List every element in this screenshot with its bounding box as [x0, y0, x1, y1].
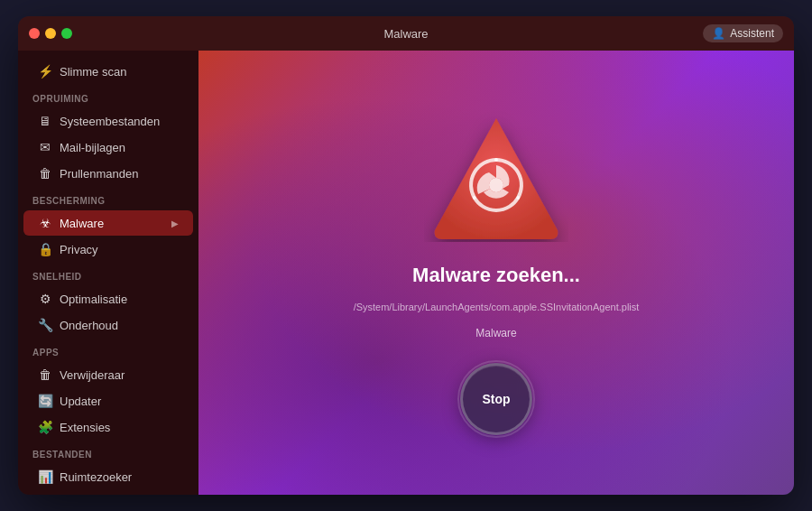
sidebar-item-ruimtezoeker[interactable]: 📊 Ruimtezoeker — [23, 464, 193, 489]
scan-path: /System/Library/LaunchAgents/com.apple.S… — [354, 302, 640, 312]
sidebar-item-extensies[interactable]: 🧩 Extensies — [23, 414, 193, 440]
section-label-snelheid: Snelheid — [18, 263, 198, 285]
sidebar-item-verwijderaar[interactable]: 🗑 Verwijderaar — [23, 362, 193, 387]
section-label-apps: Apps — [18, 339, 198, 361]
slimme-scan-icon: ⚡ — [38, 64, 52, 79]
sidebar-item-systeembestanden[interactable]: 🖥 Systeembestanden — [23, 108, 193, 134]
sidebar-item-onderhoud[interactable]: 🔧 Onderhoud — [23, 312, 193, 338]
malware-icon: ☣ — [38, 216, 52, 230]
sidebar-item-mail-bijlagen[interactable]: ✉ Mail-bijlagen — [23, 135, 193, 160]
biohazard-illustration — [424, 111, 568, 242]
close-button[interactable] — [29, 28, 40, 39]
scan-category: Malware — [475, 327, 516, 339]
sidebar-item-slimme-scan[interactable]: ⚡ Slimme scan — [23, 59, 193, 84]
active-arrow-icon: ▶ — [171, 218, 179, 228]
sidebar-item-label: Onderhoud — [60, 319, 118, 332]
sidebar-item-groot-en-oud[interactable]: 📁 Groot en oud — [23, 490, 193, 495]
sidebar-item-label: Optimalisatie — [60, 293, 127, 306]
ruimtezoeker-icon: 📊 — [38, 469, 52, 484]
onderhoud-icon: 🔧 — [38, 318, 52, 332]
app-window: Malware 👤 Assistent ⚡ Slimme scan Opruim… — [18, 16, 794, 495]
scan-title: Malware zoeken... — [412, 264, 580, 287]
stop-button[interactable]: Stop — [460, 363, 532, 435]
sidebar-item-label: Ruimtezoeker — [60, 470, 132, 484]
assistant-label: Assistent — [730, 27, 774, 40]
sidebar-item-label: Prullenmanden — [60, 167, 138, 181]
systeembestanden-icon: 🖥 — [38, 114, 52, 128]
window-title: Malware — [383, 27, 428, 41]
main-panel: Malware zoeken... /System/Library/Launch… — [198, 51, 794, 495]
sidebar-item-label: Systeembestanden — [60, 115, 160, 128]
svg-point-0 — [489, 178, 503, 192]
sidebar: ⚡ Slimme scan Opruiming 🖥 Systeembestand… — [18, 51, 198, 495]
section-label-opruiming: Opruiming — [18, 85, 198, 107]
titlebar: Malware 👤 Assistent — [18, 16, 794, 51]
verwijderaar-icon: 🗑 — [38, 367, 52, 382]
sidebar-item-label: Updater — [60, 395, 101, 408]
sidebar-item-updater[interactable]: 🔄 Updater — [23, 388, 193, 413]
sidebar-item-label: Mail-bijlagen — [60, 141, 125, 154]
optimalisatie-icon: ⚙ — [38, 292, 52, 306]
section-label-bescherming: Bescherming — [18, 187, 198, 209]
sidebar-item-label: Extensies — [60, 421, 110, 434]
sidebar-item-malware[interactable]: ☣ Malware ▶ — [23, 210, 193, 236]
updater-icon: 🔄 — [38, 394, 52, 408]
assistant-icon: 👤 — [712, 27, 725, 40]
section-label-bestanden: Bestanden — [18, 441, 198, 463]
extensies-icon: 🧩 — [38, 420, 52, 434]
sidebar-item-label: Slimme scan — [60, 65, 126, 79]
sidebar-item-label: Privacy — [60, 243, 98, 256]
main-content-area: ⚡ Slimme scan Opruiming 🖥 Systeembestand… — [18, 51, 794, 495]
prullenmanden-icon: 🗑 — [38, 166, 52, 181]
scan-content: Malware zoeken... /System/Library/Launch… — [354, 111, 640, 435]
mail-bijlagen-icon: ✉ — [38, 140, 52, 154]
sidebar-item-prullenmanden[interactable]: 🗑 Prullenmanden — [23, 161, 193, 186]
sidebar-item-privacy[interactable]: 🔒 Privacy — [23, 237, 193, 262]
sidebar-item-label: Malware — [60, 217, 104, 230]
privacy-icon: 🔒 — [38, 242, 52, 256]
maximize-button[interactable] — [61, 28, 72, 39]
traffic-lights — [29, 28, 72, 39]
sidebar-item-label: Verwijderaar — [60, 368, 125, 382]
assistant-button[interactable]: 👤 Assistent — [703, 24, 783, 42]
minimize-button[interactable] — [45, 28, 56, 39]
sidebar-item-optimalisatie[interactable]: ⚙ Optimalisatie — [23, 286, 193, 311]
